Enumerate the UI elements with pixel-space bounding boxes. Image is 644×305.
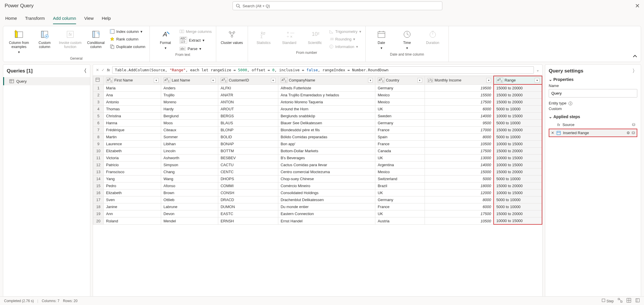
schema-view-button[interactable] [635,298,640,300]
table-row[interactable]: 14YangWangDHOPSChop-suey ChineseSwitzerl… [93,175,542,182]
cell-range[interactable]: 15000 to 20000 [494,148,542,155]
cell-first-name[interactable]: Frédérique [104,127,161,134]
table-row[interactable]: 20RolandMendelERNSHErnst HandelAustria10… [93,217,542,225]
cell-last-name[interactable]: Libihan [161,141,218,148]
cell-range[interactable]: 5000 to 10000 [494,203,542,210]
cell-company-name[interactable]: Du monde entier [278,203,375,210]
cell-customer-id[interactable]: CONSH [218,189,278,196]
table-row[interactable]: 4ThomasHardyAROUTAround the HornUK600050… [93,106,542,113]
cell-customer-id[interactable]: DRACD [218,196,278,203]
filter-dropdown[interactable]: ▾ [486,78,491,83]
row-number[interactable]: 13 [93,169,104,175]
cell-customer-id[interactable]: BOLID [218,134,278,141]
filter-dropdown[interactable]: ▾ [211,78,216,83]
cell-last-name[interactable]: Hardy [161,106,218,113]
cell-first-name[interactable]: Pedro [104,182,161,189]
table-row[interactable]: 9LaurenceLibihanBONAPBon app'France10500… [93,141,542,148]
cell-last-name[interactable]: Moreno [161,99,218,106]
scientific-button[interactable]: 10² Scientific [302,28,328,46]
cell-customer-id[interactable]: ANATR [218,92,278,99]
collapse-ribbon-button[interactable] [632,53,638,60]
row-number[interactable]: 18 [93,203,104,210]
cell-monthly-income[interactable]: 14000 [425,113,494,120]
cell-last-name[interactable]: Lincoln [161,148,218,155]
table-row[interactable]: 11VictoriaAshworthBESBEVB's BeveragesUK1… [93,155,542,162]
type-icon[interactable]: ABC [106,77,113,83]
cell-monthly-income[interactable]: 18000 [425,182,494,189]
merge-columns-button[interactable]: Merge columns [178,29,213,34]
cell-last-name[interactable]: Anders [161,84,218,92]
formula-input[interactable]: Table.AddColumn(Source, "Range", each le… [112,66,534,74]
filter-dropdown[interactable]: ▾ [535,78,539,83]
cell-first-name[interactable]: Franscisco [104,169,161,175]
cell-range[interactable]: 10000 to 15000 [494,162,542,169]
type-icon[interactable]: ABC [281,77,288,83]
cell-last-name[interactable]: Simpson [161,162,218,169]
cell-country[interactable]: Mexico [375,169,425,175]
cell-range[interactable]: 5000 to 10000 [494,120,542,127]
row-number[interactable]: 14 [93,175,104,182]
cell-first-name[interactable]: Elizabeth [104,189,161,196]
row-number[interactable]: 16 [93,189,104,196]
filter-dropdown[interactable]: ▾ [418,78,422,83]
row-number[interactable]: 7 [93,127,104,134]
extract-button[interactable]: ABC123 Extract ▾ [178,36,213,44]
cell-last-name[interactable]: Ottlieb [161,196,218,203]
cell-monthly-income[interactable]: 6000 [425,203,494,210]
cell-country[interactable]: Switzerland [375,175,425,182]
cell-range[interactable]: 10000 to 15000 [494,141,542,148]
cell-last-name[interactable]: Afonso [161,182,218,189]
cell-customer-id[interactable]: DUMON [218,203,278,210]
cell-customer-id[interactable]: CENTC [218,169,278,175]
cell-company-name[interactable]: Bon app' [278,141,375,148]
collapse-queries-button[interactable]: 〈 [82,68,87,74]
cell-company-name[interactable]: Cactus Comidas para llevar [278,162,375,169]
cell-country[interactable]: Sweden [375,113,425,120]
filter-dropdown[interactable]: ▾ [271,78,276,83]
tab-help[interactable]: Help [102,14,111,24]
cell-country[interactable]: Argentina [375,162,425,169]
cell-range[interactable]: 10000 to 15000 [494,217,542,225]
row-number[interactable]: 17 [93,196,104,203]
cell-country[interactable]: Germany [375,196,425,203]
cell-monthly-income[interactable]: 15000 [425,169,494,175]
cell-country[interactable]: Germany [375,120,425,127]
column-from-examples-button[interactable]: Column from examples ▾ [6,28,32,55]
table-row[interactable]: 1MariaAndersALFKIAlfreds FutterkisteGerm… [93,84,542,92]
table-row[interactable]: 18JanineLabruneDUMONDu monde entierFranc… [93,203,542,210]
cell-customer-id[interactable]: BLONP [218,127,278,134]
cell-country[interactable]: Brazil [375,182,425,189]
step-inserted-range[interactable]: ✕ Inserted Range ⚙ ⛁ [549,129,637,137]
cell-country[interactable]: Canada [375,148,425,155]
cell-country[interactable]: France [375,203,425,210]
cell-company-name[interactable]: Antonio Moreno Taqueria [278,99,375,106]
search-input[interactable]: Search (Alt + Q) [233,1,442,10]
applied-steps-section[interactable]: ⌄ Applied steps [549,114,637,119]
duplicate-column-button[interactable]: Duplicate column [109,44,147,49]
cell-monthly-income[interactable]: 17500 [425,148,494,155]
row-number[interactable]: 6 [93,120,104,127]
step-button[interactable]: Step [601,298,614,300]
cell-range[interactable]: 5000 to 10000 [494,106,542,113]
cell-company-name[interactable]: Consolidated Holdings [278,189,375,196]
query-item[interactable]: Query [3,77,90,85]
cell-customer-id[interactable]: BESBEV [218,155,278,162]
format-button[interactable]: A Format ▾ [153,28,178,51]
cell-customer-id[interactable]: COMMI [218,182,278,189]
conditional-column-button[interactable]: Conditional column [83,28,109,50]
cell-country[interactable]: UK [375,210,425,217]
parse-button[interactable]: abc Parse ▾ [178,46,213,52]
table-row[interactable]: 15PedroAfonsoCOMMIComércio MineiroBrazil… [93,182,542,189]
cell-company-name[interactable]: Alfreds Futterkiste [278,84,375,92]
gear-icon[interactable]: ⚙ [627,131,630,135]
cell-company-name[interactable]: B's Beverages [278,155,375,162]
cell-monthly-income[interactable]: 5000 [425,175,494,182]
information-button[interactable]: i Information ▾ [328,44,363,49]
cell-first-name[interactable]: Roland [104,217,161,225]
cell-monthly-income[interactable]: 14000 [425,162,494,169]
commit-formula-button[interactable]: ✓ [101,68,105,72]
cell-last-name[interactable]: Ashworth [161,155,218,162]
type-icon[interactable]: ABC [378,77,385,83]
row-number[interactable]: 5 [93,113,104,120]
cell-first-name[interactable]: Christina [104,113,161,120]
